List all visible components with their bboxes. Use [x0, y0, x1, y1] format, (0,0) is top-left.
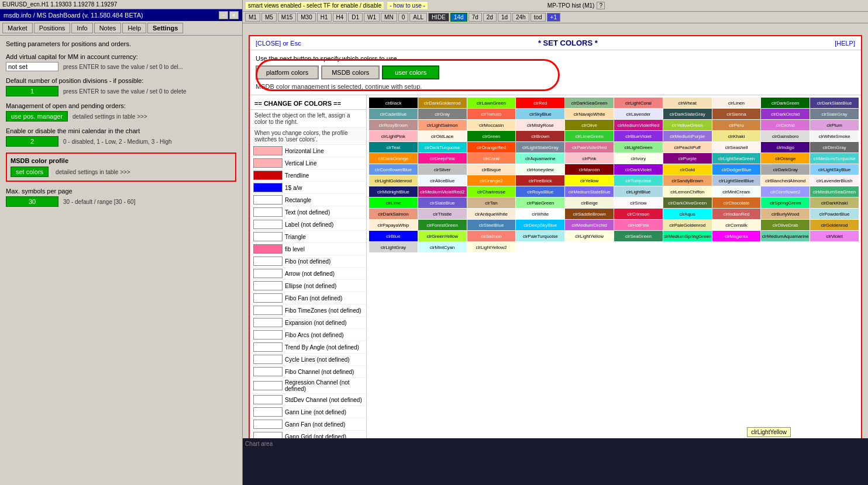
color-cell[interactable]: clrLightCoral: [614, 98, 663, 108]
set-colors-button[interactable]: set colors: [11, 167, 49, 177]
position-divisions-input[interactable]: [6, 86, 58, 96]
color-cell[interactable]: clrDarkOrange: [369, 153, 418, 164]
color-cell[interactable]: clrOrchid: [761, 120, 810, 130]
color-cell[interactable]: clrYellow: [565, 175, 614, 186]
tf-h4[interactable]: H4: [333, 13, 347, 22]
object-list-item[interactable]: Trendline: [250, 169, 366, 182]
object-list-item[interactable]: 1$ a/w: [250, 182, 366, 194]
color-cell[interactable]: clrGreenYellow: [418, 231, 467, 241]
object-list-item[interactable]: Trend By Angle (not defined): [250, 341, 366, 354]
tf-d1[interactable]: D1: [348, 13, 363, 22]
color-cell[interactable]: clrDarkOliveGreen: [663, 198, 712, 208]
user-colors-button[interactable]: user colors: [382, 65, 439, 79]
color-cell[interactable]: clrDarkViolet: [614, 164, 663, 175]
color-cell[interactable]: clrCornflower2: [761, 186, 810, 197]
tf-2d[interactable]: 2d: [483, 13, 497, 22]
color-cell[interactable]: clrRoyalBlue: [516, 186, 564, 197]
color-cell[interactable]: clrDarkSlateBlue: [810, 98, 859, 108]
color-cell[interactable]: clrChartreuse: [467, 186, 516, 197]
object-list-item[interactable]: Label (not defined): [250, 219, 366, 231]
object-list-item[interactable]: Rectangle: [250, 194, 366, 206]
color-cell[interactable]: clrPink: [565, 153, 614, 164]
color-cell[interactable]: clrGray: [418, 109, 467, 119]
color-cell[interactable]: clrRosyBrown: [369, 120, 418, 130]
pos-manager-button[interactable]: use pos. manager: [6, 111, 68, 122]
tf-hide[interactable]: HIDE: [428, 13, 449, 22]
object-list-item[interactable]: Horizontal Line: [250, 145, 366, 157]
color-cell[interactable]: clrCrimson: [614, 209, 663, 219]
color-cell[interactable]: clrDarkGoldenrod: [418, 98, 467, 108]
color-cell[interactable]: clrDeepPink: [418, 153, 467, 164]
color-cell[interactable]: clrCornsilk: [712, 220, 761, 230]
color-cell[interactable]: clrOliveDrab: [761, 220, 810, 230]
color-cell[interactable]: clrBlueViolet: [614, 131, 663, 141]
color-cell[interactable]: clrMediumVioletRed2: [418, 186, 467, 197]
color-cell[interactable]: clrSnow: [614, 198, 663, 208]
color-cell[interactable]: clrLightSalmon: [418, 120, 467, 130]
color-cell[interactable]: clrLightSeaGreen: [712, 153, 761, 164]
color-cell[interactable]: clrMidnightBlue: [369, 186, 418, 197]
tf-tod[interactable]: tod: [531, 13, 546, 22]
object-list-item[interactable]: Arrow (not defined): [250, 268, 366, 280]
color-cell[interactable]: clrMediumSpringGreen: [663, 231, 712, 241]
object-list-item[interactable]: Triangle: [250, 231, 366, 243]
color-cell[interactable]: clrPeru: [712, 120, 761, 130]
object-list-item[interactable]: Ellipse (not defined): [250, 280, 366, 292]
tf-m30[interactable]: M30: [297, 13, 315, 22]
settings-button[interactable]: Settings: [147, 23, 183, 33]
color-cell[interactable]: clrRed: [516, 98, 564, 108]
color-cell[interactable]: clrMediumSeaGreen: [810, 186, 859, 197]
color-cell[interactable]: clrPlum: [810, 120, 859, 130]
tf-mn[interactable]: MN: [381, 13, 397, 22]
color-cell[interactable]: clrLemonChiffon: [663, 186, 712, 197]
color-cell[interactable]: clrCadetBlue: [369, 109, 418, 119]
help-button[interactable]: Help: [122, 23, 146, 33]
color-cell[interactable]: clrSilver: [418, 164, 467, 175]
virtual-capital-input[interactable]: [6, 62, 58, 71]
color-cell[interactable]: clrHoneydew: [516, 164, 564, 175]
color-cell[interactable]: clrSlateBlue: [418, 198, 467, 208]
info-button[interactable]: Info: [71, 23, 92, 33]
color-cell[interactable]: clrMediumOrchid: [565, 220, 614, 230]
color-cell[interactable]: clrForestGreen: [418, 220, 467, 230]
color-cell[interactable]: clrBisque: [467, 164, 516, 175]
object-list-item[interactable]: Fibo Fan (not defined): [250, 292, 366, 304]
color-cell[interactable]: clrOrange2: [467, 175, 516, 186]
color-cell[interactable]: clrWhite: [516, 209, 564, 219]
positions-button[interactable]: Positions: [34, 23, 71, 33]
tf-m1[interactable]: M1: [245, 13, 260, 22]
object-list-item[interactable]: Regression Channel (not defined): [250, 378, 366, 394]
color-cell[interactable]: clrLawnGreen: [467, 98, 516, 108]
color-cell[interactable]: clrOrangeRed: [467, 142, 516, 153]
color-cell[interactable]: clrViolet: [810, 231, 859, 241]
color-cell[interactable]: clrLightGray: [369, 242, 418, 252]
color-cell[interactable]: clrIndianRed: [712, 209, 761, 219]
color-cell[interactable]: clrDarkSalmon: [369, 209, 418, 219]
object-list-item[interactable]: Vertical Line: [250, 157, 366, 169]
color-cell[interactable]: clrLightGoldenrod: [369, 175, 418, 186]
object-list-item[interactable]: Fibo Channel (not defined): [250, 366, 366, 378]
color-cell[interactable]: clrGoldenrod: [810, 220, 859, 230]
color-cell[interactable]: clrCoral: [467, 153, 516, 164]
color-cell[interactable]: clrTeal: [369, 142, 418, 153]
color-cell[interactable]: clrMagenta: [712, 231, 761, 241]
color-cell[interactable]: clrPowderBlue: [810, 209, 859, 219]
color-cell[interactable]: clrDeepSkyBlue: [516, 220, 564, 230]
color-cell[interactable]: clrMediumTurquoise: [810, 153, 859, 164]
color-cell[interactable]: clrMediumPurple: [663, 131, 712, 141]
color-cell[interactable]: clrLime: [369, 198, 418, 208]
color-cell[interactable]: clrDarkKhaki: [810, 198, 859, 208]
close-button[interactable]: ✕: [229, 11, 239, 19]
color-cell[interactable]: clrOlive: [565, 120, 614, 130]
color-cell[interactable]: clrBurlyWood: [761, 209, 810, 219]
color-cell[interactable]: clrMistyRose: [516, 120, 564, 130]
color-cell[interactable]: clrDodgerBlue: [712, 164, 761, 175]
color-cell[interactable]: clrIvory: [614, 153, 663, 164]
color-cell[interactable]: clrBrown: [516, 131, 564, 141]
color-cell[interactable]: clrSalmon: [467, 231, 516, 241]
notes-button[interactable]: Notes: [94, 23, 122, 33]
color-cell[interactable]: clrThistle: [418, 209, 467, 219]
color-cell[interactable]: clrLightPink: [369, 131, 418, 141]
color-cell[interactable]: clrTomato: [467, 109, 516, 119]
color-cell[interactable]: clrPeachPuff: [663, 142, 712, 153]
